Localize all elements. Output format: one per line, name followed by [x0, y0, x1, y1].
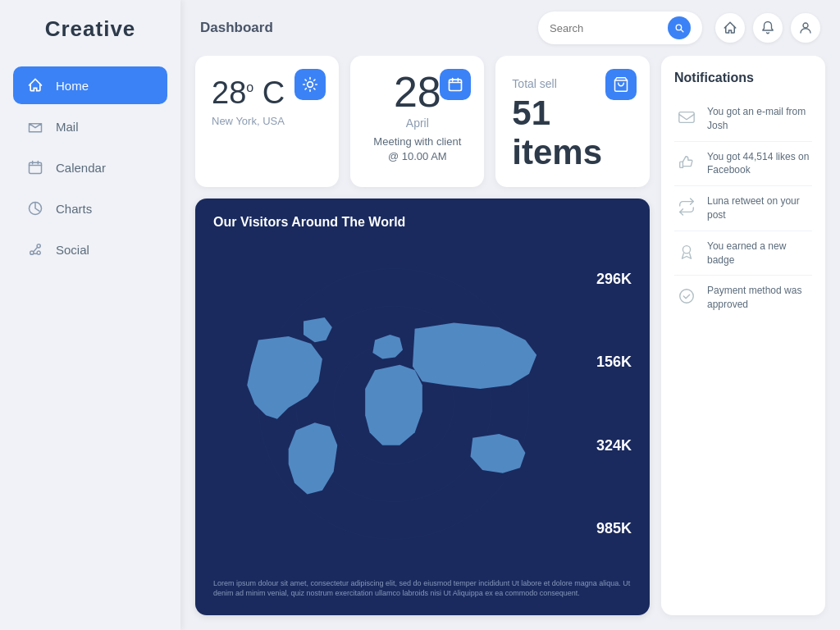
topbar: Dashboard — [180, 0, 840, 56]
notif-item-badge[interactable]: You earned a new badge — [674, 231, 812, 276]
notif-item-email[interactable]: You got an e-mail from Josh — [674, 97, 812, 142]
total-icon-button[interactable] — [605, 69, 637, 100]
content-area: 28o C New York, USA 28 April Meeting wit… — [180, 56, 840, 630]
svg-point-7 — [308, 82, 313, 88]
sidebar-item-calendar-label: Calendar — [56, 161, 106, 175]
like-icon — [674, 150, 699, 175]
search-button[interactable] — [668, 16, 691, 39]
sidebar-item-social-label: Social — [56, 243, 89, 257]
notifications-button[interactable] — [753, 13, 783, 43]
weather-location: New York, USA — [212, 115, 322, 127]
svg-rect-0 — [30, 162, 42, 173]
notif-text-payment: Payment method was approved — [707, 284, 812, 312]
svg-point-6 — [803, 23, 808, 28]
weather-widget: 28o C New York, USA — [195, 56, 339, 187]
payment-icon — [674, 284, 699, 308]
date-day: 28 — [394, 71, 441, 113]
sidebar-item-home[interactable]: Home — [13, 66, 167, 104]
degree-symbol: o — [246, 80, 253, 94]
charts-icon — [26, 199, 44, 217]
sidebar-logo: Creative — [45, 16, 136, 42]
notif-text-retweet: Luna retweet on your post — [707, 194, 812, 222]
meeting-text: Meeting with client @ 10.00 AM — [367, 135, 468, 164]
content-left: 28o C New York, USA 28 April Meeting wit… — [195, 56, 650, 615]
widgets-row: 28o C New York, USA 28 April Meeting wit… — [195, 56, 650, 187]
notifications-panel: Notifications You got an e-mail from Jos… — [661, 56, 825, 615]
svg-point-13 — [682, 245, 690, 253]
map-stat-1: 296K — [582, 271, 632, 288]
sidebar-item-charts-label: Charts — [56, 202, 92, 216]
map-card: Our Visitors Around The World — [195, 199, 650, 615]
search-wrapper — [538, 11, 702, 44]
sidebar-item-mail-label: Mail — [56, 120, 79, 134]
notif-item-like[interactable]: You got 44,514 likes on Facebook — [674, 142, 812, 187]
sidebar-item-home-label: Home — [56, 79, 89, 93]
page-title: Dashboard — [200, 20, 525, 36]
retweet-icon — [674, 194, 699, 219]
badge-icon — [674, 240, 699, 264]
map-stats: 296K 156K 324K 985K — [574, 238, 632, 570]
sidebar-item-calendar[interactable]: Calendar — [13, 148, 167, 186]
sidebar-item-social[interactable]: Social — [13, 231, 167, 268]
map-svg-area — [213, 238, 574, 570]
home-nav-button[interactable] — [715, 13, 745, 43]
map-title: Our Visitors Around The World — [213, 215, 632, 230]
map-stat-2: 156K — [582, 354, 632, 371]
date-icon-button[interactable] — [440, 69, 471, 100]
total-sell-value: 51 items — [512, 94, 633, 172]
main-area: Dashboard — [180, 0, 840, 630]
weather-icon-button[interactable] — [294, 69, 326, 100]
notif-text-badge: You earned a new badge — [707, 240, 812, 267]
notif-item-retweet[interactable]: Luna retweet on your post — [674, 186, 812, 231]
map-stat-4: 985K — [582, 520, 632, 537]
social-icon — [26, 240, 44, 258]
home-icon — [26, 76, 44, 94]
topbar-icons — [715, 13, 820, 43]
map-footer: Lorem ipsum dolour sit amet, consectetur… — [213, 578, 632, 599]
notif-text-email: You got an e-mail from Josh — [707, 105, 812, 133]
date-widget: 28 April Meeting with client @ 10.00 AM — [350, 56, 484, 187]
total-sell-widget: Total sell 51 items — [495, 56, 650, 187]
calendar-icon — [26, 158, 44, 176]
map-stat-3: 324K — [582, 437, 632, 454]
search-input[interactable] — [550, 22, 661, 34]
svg-point-14 — [680, 290, 694, 304]
notif-text-like: You got 44,514 likes on Facebook — [707, 150, 812, 178]
sidebar: Creative Home Mail — [0, 0, 180, 630]
email-icon — [674, 105, 699, 130]
notifications-title: Notifications — [674, 71, 812, 85]
map-content: 296K 156K 324K 985K — [213, 238, 632, 570]
sidebar-nav: Home Mail Calendar — [0, 66, 180, 268]
svg-rect-12 — [679, 112, 694, 123]
notif-item-payment[interactable]: Payment method was approved — [674, 276, 812, 320]
user-profile-button[interactable] — [791, 13, 820, 43]
date-month: April — [406, 116, 429, 130]
sidebar-item-charts[interactable]: Charts — [13, 189, 167, 227]
mail-icon — [26, 117, 44, 135]
svg-rect-8 — [450, 80, 462, 90]
sidebar-item-mail[interactable]: Mail — [13, 107, 167, 145]
